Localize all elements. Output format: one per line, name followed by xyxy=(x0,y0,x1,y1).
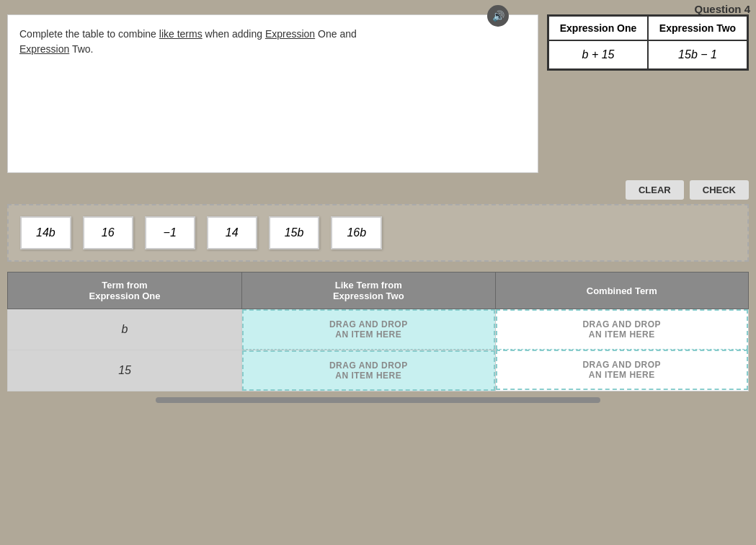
scrollbar[interactable] xyxy=(156,397,600,403)
drag-items-container: 14b 16 −1 14 15b 16b xyxy=(7,204,749,262)
answer-table: Term fromExpression One Like Term fromEx… xyxy=(7,272,749,391)
drag-item-neg1[interactable]: −1 xyxy=(145,216,195,249)
answer-col2-header: Like Term fromExpression Two xyxy=(242,272,495,309)
question-box: 🔊 Complete the table to combine like ter… xyxy=(7,14,538,173)
drop-zone-like-term-2[interactable]: DRAG AND DROPAN ITEM HERE xyxy=(242,350,495,391)
answer-col3-header: Combined Term xyxy=(495,272,748,309)
expression-col2-value: 15b − 1 xyxy=(648,40,747,69)
expression-col1-header: Expression One xyxy=(548,16,648,40)
drop-zone-like-term-1[interactable]: DRAG AND DROPAN ITEM HERE xyxy=(242,309,495,350)
term-cell-15: 15 xyxy=(8,350,242,391)
clear-button[interactable]: CLEAR xyxy=(626,180,684,200)
drag-item-15b[interactable]: 15b xyxy=(269,216,320,249)
term-cell-b: b xyxy=(8,309,242,350)
drag-item-16b[interactable]: 16b xyxy=(331,216,382,249)
audio-button[interactable]: 🔊 xyxy=(487,5,509,27)
drag-item-14b[interactable]: 14b xyxy=(20,216,71,249)
question-label: Question 4 xyxy=(694,3,750,15)
expression-col2-header: Expression Two xyxy=(648,16,747,40)
drag-item-14[interactable]: 14 xyxy=(207,216,257,249)
question-text: Complete the table to combine like terms… xyxy=(19,27,526,57)
expression-table: Expression One Expression Two b + 15 15b… xyxy=(547,14,749,71)
answer-col1-header: Term fromExpression One xyxy=(8,272,242,309)
check-button[interactable]: CHECK xyxy=(690,180,749,200)
drag-item-16[interactable]: 16 xyxy=(83,216,133,249)
drop-zone-combined-1-2[interactable]: DRAG AND DROPAN ITEM HERE DRAG AND DROPA… xyxy=(495,309,748,391)
expression-col1-value: b + 15 xyxy=(548,40,648,69)
